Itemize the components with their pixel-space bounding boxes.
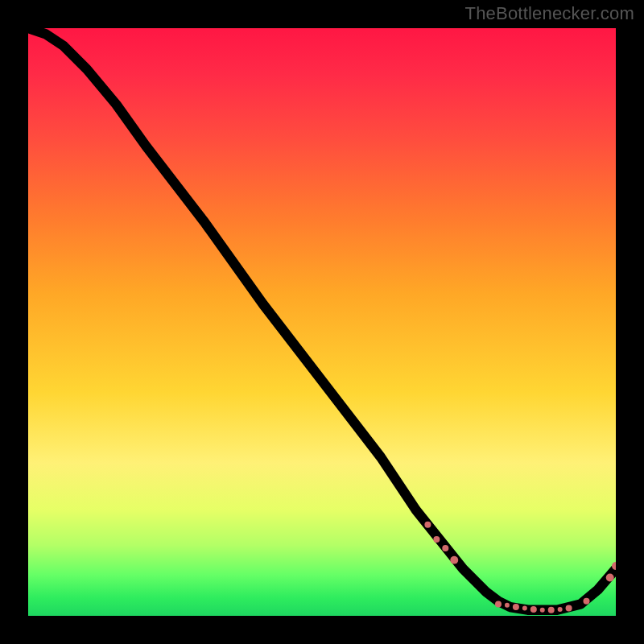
chart-marker: [433, 536, 440, 543]
attribution-text: TheBottlenecker.com: [465, 3, 634, 24]
chart-markers: [424, 522, 616, 613]
chart-curve: [28, 28, 616, 610]
chart-frame: TheBottlenecker.com: [0, 0, 644, 644]
chart-marker: [442, 545, 448, 551]
chart-marker: [505, 603, 510, 608]
chart-marker: [522, 606, 527, 611]
chart-marker: [566, 605, 572, 611]
chart-svg: [28, 28, 616, 616]
chart-marker: [513, 604, 519, 610]
chart-marker: [558, 607, 563, 612]
chart-marker: [548, 607, 555, 613]
chart-marker: [495, 601, 502, 607]
chart-marker: [450, 556, 458, 564]
chart-marker: [606, 574, 614, 582]
chart-marker: [583, 598, 589, 605]
chart-plot-area: [28, 28, 616, 616]
chart-marker: [540, 608, 545, 613]
chart-marker: [424, 522, 431, 528]
chart-marker: [530, 606, 537, 613]
